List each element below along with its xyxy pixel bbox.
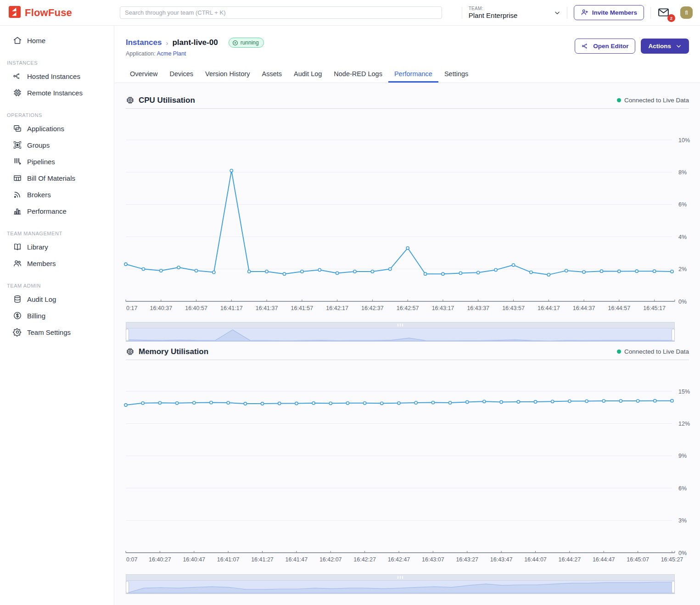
tab-node-red-logs[interactable]: Node-RED Logs xyxy=(328,67,388,83)
team-selector[interactable]: TEAM: Plant Enterprise xyxy=(469,6,538,19)
cpu-section-title: CPU Utilisation xyxy=(139,96,195,105)
svg-text:16:41:47: 16:41:47 xyxy=(286,556,308,563)
svg-text:16:43:07: 16:43:07 xyxy=(422,556,444,563)
svg-text:16:44:17: 16:44:17 xyxy=(538,305,560,311)
sidebar-item-label: Home xyxy=(27,37,45,44)
svg-text:10%: 10% xyxy=(678,137,690,144)
cpu-utilisation-header: CPU Utilisation Connected to Live Data xyxy=(126,92,689,109)
svg-text:16:40:47: 16:40:47 xyxy=(183,556,205,563)
svg-text:16:41:57: 16:41:57 xyxy=(291,305,314,311)
cpu-live-status: Connected to Live Data xyxy=(617,97,689,104)
application-label: Application: xyxy=(126,50,156,57)
brush-handle-right[interactable] xyxy=(672,329,675,341)
brokers-icon xyxy=(13,190,22,199)
svg-text:16:42:27: 16:42:27 xyxy=(353,556,376,563)
sidebar-item-billing[interactable]: Billing xyxy=(0,307,114,324)
memory-zoom-brush[interactable] xyxy=(126,574,675,594)
actions-button[interactable]: Actions xyxy=(641,39,689,54)
tab-overview[interactable]: Overview xyxy=(124,67,163,83)
status-badge: running xyxy=(229,38,264,48)
tab-assets[interactable]: Assets xyxy=(256,67,288,83)
sidebar-item-bill-of-materials[interactable]: Bill Of Materials xyxy=(0,170,114,186)
tab-settings[interactable]: Settings xyxy=(438,67,474,83)
tab-audit-log[interactable]: Audit Log xyxy=(288,67,328,83)
sidebar-item-brokers[interactable]: Brokers xyxy=(0,186,114,203)
svg-text:16:45:07: 16:45:07 xyxy=(627,556,649,563)
application-link[interactable]: Acme Plant xyxy=(157,50,186,57)
avatar[interactable]: fl xyxy=(680,6,693,19)
svg-text:16:41:17: 16:41:17 xyxy=(220,305,243,311)
notifications-button[interactable]: 2 xyxy=(657,7,671,19)
applications-icon xyxy=(13,124,22,133)
library-icon xyxy=(13,242,22,251)
sidebar-section-team-management: TEAM MANAGEMENT xyxy=(0,228,114,239)
svg-text:16:41:37: 16:41:37 xyxy=(256,305,278,311)
sidebar-item-performance[interactable]: Performance xyxy=(0,203,114,219)
tab-version-history[interactable]: Version History xyxy=(199,67,256,83)
application-line: Application: Acme Plant xyxy=(126,50,186,57)
sidebar-item-members[interactable]: Members xyxy=(0,255,114,272)
hosted-instances-icon xyxy=(13,72,22,81)
cpu-chart: 0%2%4%6%8%10%0:1716:40:3716:40:5716:41:1… xyxy=(126,112,695,316)
notification-count-badge: 2 xyxy=(667,14,675,22)
performance-content: CPU Utilisation Connected to Live Data 0… xyxy=(115,83,700,605)
sidebar-section-team-admin: TEAM ADMIN xyxy=(0,281,114,291)
top-navbar: FlowFuse TEAM: Plant Enterprise Invite M… xyxy=(0,0,700,26)
svg-text:9%: 9% xyxy=(678,453,687,459)
search-input[interactable] xyxy=(120,6,442,19)
person-plus-icon xyxy=(581,8,588,17)
svg-text:16:42:07: 16:42:07 xyxy=(319,556,342,563)
sidebar-item-label: Performance xyxy=(27,207,67,215)
flowfuse-logo[interactable]: FlowFuse xyxy=(8,6,107,20)
sidebar-item-label: Billing xyxy=(27,312,45,320)
sidebar-item-hosted-instances[interactable]: Hosted Instances xyxy=(0,68,114,84)
divider xyxy=(462,7,462,19)
live-status-dot xyxy=(617,350,621,354)
brush-handle-left[interactable] xyxy=(126,581,129,593)
brush-handle-right[interactable] xyxy=(672,581,675,593)
svg-text:16:42:47: 16:42:47 xyxy=(388,556,410,563)
brush-handle-left[interactable] xyxy=(126,329,129,341)
sidebar-item-applications[interactable]: Applications xyxy=(0,120,114,137)
svg-text:8%: 8% xyxy=(678,169,687,176)
sidebar-item-audit-log[interactable]: Audit Log xyxy=(0,291,114,307)
team-chevron-down-icon[interactable] xyxy=(554,10,560,16)
sidebar-item-label: Library xyxy=(27,243,48,251)
sidebar-item-team-settings[interactable]: Team Settings xyxy=(0,324,114,340)
invite-members-label: Invite Members xyxy=(592,9,637,16)
sidebar-item-home[interactable]: Home xyxy=(0,32,114,49)
divider xyxy=(567,7,567,19)
sidebar-item-label: Remote Instances xyxy=(27,89,83,97)
svg-text:0:17: 0:17 xyxy=(126,305,137,311)
breadcrumb-instances-link[interactable]: Instances xyxy=(126,38,162,47)
chevron-down-icon xyxy=(676,43,682,49)
svg-text:16:44:37: 16:44:37 xyxy=(573,305,595,311)
tab-performance[interactable]: Performance xyxy=(388,67,438,83)
groups-icon xyxy=(13,140,22,150)
members-icon xyxy=(13,259,22,268)
memory-live-status-label: Connected to Live Data xyxy=(624,348,689,355)
memory-section-title: Memory Utilisation xyxy=(139,347,208,356)
cpu-zoom-brush[interactable] xyxy=(126,322,675,342)
tab-devices[interactable]: Devices xyxy=(163,67,199,83)
sidebar-item-pipelines[interactable]: Pipelines xyxy=(0,153,114,170)
svg-text:16:43:57: 16:43:57 xyxy=(502,305,525,311)
svg-text:16:43:17: 16:43:17 xyxy=(432,305,454,311)
flowfuse-logo-icon xyxy=(8,6,21,20)
svg-text:0:07: 0:07 xyxy=(126,556,137,563)
invite-members-button[interactable]: Invite Members xyxy=(574,5,644,20)
team-settings-icon xyxy=(13,327,22,337)
sidebar-item-groups[interactable]: Groups xyxy=(0,137,114,153)
svg-text:16:44:07: 16:44:07 xyxy=(524,556,547,563)
open-editor-button[interactable]: Open Editor xyxy=(575,39,635,54)
sidebar-item-label: Hosted Instances xyxy=(27,72,80,80)
logo-text: FlowFuse xyxy=(25,7,72,19)
sidebar-item-label: Applications xyxy=(27,125,64,133)
svg-text:16:41:07: 16:41:07 xyxy=(217,556,240,563)
sidebar-section-operations: OPERATIONS xyxy=(0,110,114,120)
sidebar-item-label: Groups xyxy=(27,141,50,149)
instance-name: plant-live-00 xyxy=(172,38,218,47)
sidebar-item-library[interactable]: Library xyxy=(0,239,114,255)
status-badge-label: running xyxy=(241,39,259,46)
sidebar-item-remote-instances[interactable]: Remote Instances xyxy=(0,84,114,101)
